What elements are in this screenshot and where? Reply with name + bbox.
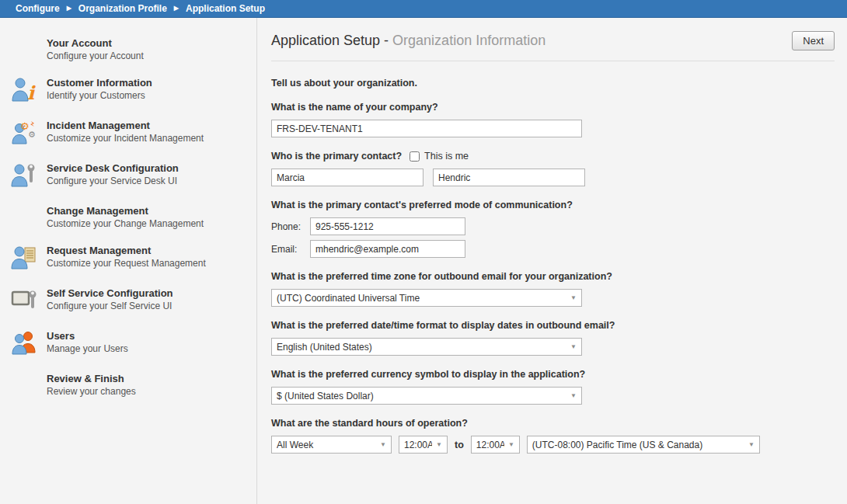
sidebar-item-subtitle: Configure your Service Desk UI <box>47 176 179 187</box>
sidebar-item-review-finish[interactable]: Review & Finish Review your changes <box>11 372 256 398</box>
hours-to-label: to <box>455 440 464 450</box>
incident-management-icon: ⚙ ⚙ <box>11 119 47 148</box>
chevron-down-icon: ▼ <box>748 441 755 448</box>
breadcrumb-organization-profile[interactable]: Organization Profile <box>78 3 167 14</box>
next-button[interactable]: Next <box>792 31 835 50</box>
sidebar-item-title: Self Service Configuration <box>47 287 173 299</box>
sidebar-item-request-management[interactable]: Request Management Customize your Reques… <box>11 244 256 273</box>
sidebar-item-incident-management[interactable]: ⚙ ⚙ Incident Management Customize your I… <box>11 119 256 148</box>
sidebar-item-title: Change Management <box>47 204 204 217</box>
chevron-down-icon: ▼ <box>570 294 577 301</box>
sidebar-item-users[interactable]: Users Manage your Users <box>11 329 256 359</box>
intro-text: Tell us about your organization. <box>271 78 835 89</box>
sidebar-item-your-account[interactable]: Your Account Configure your Account <box>11 36 256 63</box>
hours-timezone-value: (UTC-08:00) Pacific Time (US & Canada) <box>532 440 744 450</box>
hours-from-select[interactable]: 12:00AM ▼ <box>399 436 448 454</box>
timezone-question: What is the preferred time zone for outb… <box>271 271 835 282</box>
sidebar-item-subtitle: Customize your Change Management <box>47 218 204 230</box>
sidebar-item-title: Request Management <box>47 244 206 256</box>
hours-from-value: 12:00AM <box>404 440 432 450</box>
timezone-select[interactable]: (UTC) Coordinated Universal Time ▼ <box>271 289 582 307</box>
chevron-down-icon: ▼ <box>380 441 386 448</box>
customer-information-icon: i <box>11 76 47 106</box>
sidebar-item-customer-information[interactable]: i Customer Information Identify your Cus… <box>11 76 256 106</box>
icon-spacer <box>11 36 47 37</box>
hours-to-value: 12:00AM <box>476 440 504 450</box>
breadcrumb-arrow-icon: ▶ <box>67 5 71 12</box>
phone-label: Phone: <box>271 221 310 232</box>
breadcrumb-bar: Configure ▶ Organization Profile ▶ Appli… <box>0 0 847 18</box>
users-icon <box>11 329 47 359</box>
header-divider <box>271 61 835 61</box>
this-is-me-checkbox[interactable] <box>410 151 420 162</box>
breadcrumb-configure[interactable]: Configure <box>16 3 60 14</box>
hours-days-value: All Week <box>277 440 376 450</box>
sidebar-item-subtitle: Customize your Request Management <box>47 258 206 269</box>
last-name-input[interactable] <box>433 169 585 186</box>
sidebar-item-subtitle: Manage your Users <box>47 343 128 355</box>
breadcrumb-application-setup[interactable]: Application Setup <box>186 3 265 14</box>
currency-question: What is the preferred currency symbol to… <box>271 369 835 380</box>
datetime-format-select[interactable]: English (United States) ▼ <box>271 338 582 356</box>
svg-text:i: i <box>27 82 36 103</box>
icon-spacer <box>11 204 47 205</box>
sidebar-item-title: Review & Finish <box>47 372 136 384</box>
company-name-input[interactable] <box>271 120 582 137</box>
currency-value: $ (United States Dollar) <box>277 391 566 401</box>
page-title: Application Setup - Organization Informa… <box>271 33 545 49</box>
chevron-down-icon: ▼ <box>570 343 577 350</box>
chevron-down-icon: ▼ <box>436 441 442 448</box>
svg-text:⚙: ⚙ <box>28 130 36 140</box>
this-is-me-label: This is me <box>424 151 469 162</box>
request-management-icon <box>11 244 47 273</box>
company-question: What is the name of your company? <box>271 102 835 113</box>
icon-spacer <box>11 372 47 373</box>
datetime-format-value: English (United States) <box>277 342 566 353</box>
sidebar-item-self-service[interactable]: Self Service Configuration Configure you… <box>11 287 256 316</box>
hours-timezone-select[interactable]: (UTC-08:00) Pacific Time (US & Canada) ▼ <box>527 436 760 454</box>
timezone-value: (UTC) Coordinated Universal Time <box>277 293 566 304</box>
sidebar-item-title: Incident Management <box>47 119 204 131</box>
hours-question: What are the standard hours of operation… <box>271 418 835 429</box>
sidebar-item-change-management[interactable]: Change Management Customize your Change … <box>11 204 256 231</box>
communication-question: What is the primary contact's preferred … <box>271 200 835 210</box>
datetime-format-question: What is the preferred date/time format t… <box>271 320 835 331</box>
hours-to-select[interactable]: 12:00AM ▼ <box>471 436 520 454</box>
sidebar-item-subtitle: Configure your Self Service UI <box>47 301 173 312</box>
sidebar-item-subtitle: Customize your Incident Management <box>47 133 204 144</box>
page-title-primary: Application Setup - <box>271 33 392 48</box>
self-service-icon <box>11 287 47 316</box>
first-name-input[interactable] <box>271 169 424 186</box>
sidebar-item-title: Your Account <box>47 36 144 49</box>
hours-days-select[interactable]: All Week ▼ <box>271 436 392 454</box>
breadcrumb-arrow-icon: ▶ <box>174 5 179 12</box>
setup-steps-sidebar: Your Account Configure your Account i Cu… <box>0 18 257 504</box>
chevron-down-icon: ▼ <box>570 392 577 399</box>
email-label: Email: <box>271 244 310 255</box>
email-input[interactable] <box>310 240 465 258</box>
sidebar-item-title: Users <box>47 329 128 342</box>
sidebar-item-subtitle: Review your changes <box>47 386 136 398</box>
sidebar-item-subtitle: Configure your Account <box>47 50 144 62</box>
sidebar-item-title: Customer Information <box>47 76 152 89</box>
service-desk-icon <box>11 162 47 191</box>
main-content: Application Setup - Organization Informa… <box>257 18 847 504</box>
currency-select[interactable]: $ (United States Dollar) ▼ <box>271 387 582 405</box>
sidebar-item-title: Service Desk Configuration <box>47 162 179 174</box>
sidebar-item-subtitle: Identify your Customers <box>47 90 152 102</box>
page-title-secondary: Organization Information <box>392 33 545 48</box>
sidebar-item-service-desk[interactable]: Service Desk Configuration Configure you… <box>11 162 256 191</box>
chevron-down-icon: ▼ <box>508 441 514 448</box>
phone-input[interactable] <box>310 217 465 235</box>
contact-question: Who is the primary contact? <box>271 151 402 162</box>
